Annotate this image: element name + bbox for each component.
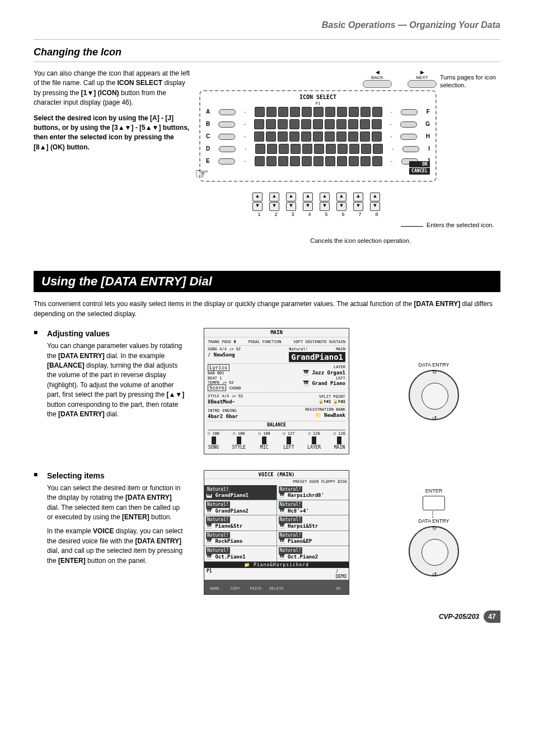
icon-cell[interactable] (313, 132, 323, 142)
icon-cell[interactable] (360, 156, 371, 166)
icon-cell[interactable] (313, 119, 323, 129)
icon-cell[interactable] (372, 156, 382, 166)
icon-cell[interactable] (348, 132, 358, 142)
panel-down-button[interactable]: ▼ (286, 202, 296, 211)
icon-cell[interactable] (372, 119, 382, 129)
icon-cell[interactable] (336, 119, 346, 129)
icon-cell[interactable] (266, 156, 277, 166)
txt: MAIN (336, 347, 345, 351)
icon-cell[interactable] (278, 156, 288, 166)
data-entry-dial[interactable]: ↻ ↺ (409, 526, 459, 576)
icon-cell[interactable] (302, 144, 312, 154)
icon-cell[interactable] (266, 107, 277, 117)
icon-cell[interactable] (325, 107, 335, 117)
icon-cell[interactable] (290, 156, 300, 166)
icon-cell[interactable] (289, 132, 299, 142)
icon-cell[interactable] (348, 119, 358, 129)
voice-item[interactable]: Natural!🎹 Piano&Str (204, 515, 277, 530)
voice-item[interactable]: Natural!🎹 RockPiano (204, 531, 277, 546)
panel-down-button[interactable]: ▼ (336, 202, 346, 211)
balance-part: ◯ 126MAIN (334, 431, 345, 450)
voice-item[interactable]: Natural!🎹 Oct.Piano2 (277, 546, 349, 561)
icon-cell[interactable] (372, 132, 382, 142)
icon-cell[interactable] (325, 119, 335, 129)
val: 4bar2 (208, 414, 223, 419)
icon-cell[interactable] (266, 132, 276, 142)
panel-down-button[interactable]: ▼ (370, 202, 380, 211)
icon-cell[interactable] (255, 107, 265, 117)
icon-cell[interactable] (338, 144, 348, 154)
icon-cell[interactable] (278, 132, 288, 142)
panel-down-button[interactable]: ▼ (320, 202, 330, 211)
icon-cell[interactable] (278, 107, 288, 117)
panel-side-button[interactable] (400, 121, 417, 128)
icon-cell[interactable] (337, 107, 347, 117)
panel-up-button[interactable]: ▲ (336, 192, 346, 201)
icon-cell[interactable] (301, 132, 311, 142)
voice-item[interactable]: Natural!🎹 Piano&EP (277, 531, 349, 546)
icon-cell[interactable] (360, 132, 370, 142)
panel-down-button[interactable]: ▼ (269, 202, 279, 211)
icon-cell[interactable] (302, 107, 312, 117)
icon-cell[interactable] (254, 132, 264, 142)
panel-down-button[interactable]: ▼ (252, 202, 263, 211)
data-entry-dial[interactable]: ↻ ↺ (409, 370, 459, 420)
voice-item[interactable]: Natural!🎹 Hc8'+4' (277, 500, 349, 515)
panel-up-button[interactable]: ▲ (286, 192, 296, 201)
panel-up-button[interactable]: ▲ (370, 192, 380, 201)
panel-down-button[interactable]: ▼ (303, 202, 313, 211)
icon-cell[interactable] (267, 144, 277, 154)
panel-up-button[interactable]: ▲ (303, 192, 313, 201)
panel-up-button[interactable]: ▲ (320, 192, 330, 201)
voice-item[interactable]: Natural!🎹 Oct.Piano1 (204, 546, 277, 561)
panel-up-button[interactable]: ▲ (269, 192, 279, 201)
icon-cell[interactable] (255, 156, 265, 166)
panel-side-button[interactable] (401, 109, 418, 115)
panel-side-button[interactable] (218, 121, 235, 128)
icon-cell[interactable] (360, 119, 370, 129)
panel-side-button[interactable] (218, 158, 235, 165)
panel-up-button[interactable]: ▲ (353, 192, 363, 201)
icon-cell[interactable] (337, 156, 347, 166)
icon-cell[interactable] (361, 144, 371, 154)
icon-cell[interactable] (255, 144, 265, 154)
icon-cell[interactable] (326, 144, 336, 154)
icon-cell[interactable] (301, 119, 311, 129)
arrow-icon: ↻ (432, 525, 437, 531)
voice-item[interactable]: Natural!🎹 GrandPiano1 (204, 485, 277, 500)
icon-cell[interactable] (289, 119, 299, 129)
voice-item[interactable]: Natural!🎹 Harpsi&Str (277, 515, 349, 530)
icon-cell[interactable] (325, 132, 335, 142)
panel-side-button[interactable] (219, 146, 236, 152)
icon-cell[interactable] (349, 107, 359, 117)
icon-cell[interactable] (291, 144, 301, 154)
icon-cell[interactable] (349, 156, 359, 166)
icon-cell[interactable] (254, 119, 264, 129)
icon-cell[interactable] (336, 132, 346, 142)
icon-cell[interactable] (313, 156, 324, 166)
icon-cell[interactable] (302, 156, 312, 166)
panel-down-button[interactable]: ▼ (353, 202, 363, 211)
icon-cell[interactable] (349, 144, 359, 154)
icon-cell[interactable] (373, 144, 383, 154)
left-voice: Grand Piano (312, 381, 345, 386)
icon-cell[interactable] (278, 119, 288, 129)
panel-side-button[interactable] (219, 109, 236, 115)
icon-cell[interactable] (279, 144, 289, 154)
icon-cell[interactable] (372, 107, 382, 117)
next-button[interactable] (407, 80, 437, 88)
icon-cell[interactable] (360, 107, 371, 117)
panel-side-button[interactable] (218, 134, 235, 140)
panel-up-button[interactable]: ▲ (252, 192, 263, 201)
panel-side-button[interactable] (400, 134, 417, 140)
panel-side-button[interactable] (402, 146, 419, 152)
icon-cell[interactable] (314, 144, 324, 154)
icon-cell[interactable] (313, 107, 324, 117)
icon-cell[interactable] (325, 156, 335, 166)
enter-button[interactable] (423, 496, 445, 510)
back-button[interactable] (363, 80, 392, 88)
voice-item[interactable]: Natural!🎹 GrandPiano2 (204, 500, 277, 515)
icon-cell[interactable] (290, 107, 300, 117)
voice-item[interactable]: Natural!🎹 Harpsichrd8' (277, 485, 349, 500)
icon-cell[interactable] (266, 119, 276, 129)
